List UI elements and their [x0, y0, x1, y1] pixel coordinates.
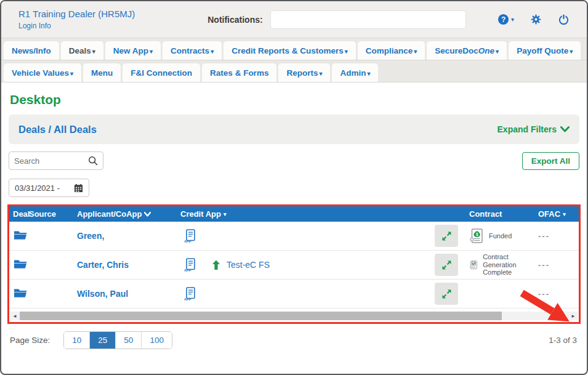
chevron-down-icon: ▾ — [150, 48, 153, 55]
result-range-label: 1-3 of 3 — [549, 336, 577, 345]
page-size-label: Page Size: — [10, 336, 50, 345]
svg-text:?: ? — [501, 15, 505, 24]
tab-vehicle-values[interactable]: Vehicle Values▾ — [4, 63, 81, 82]
export-all-button[interactable]: Export All — [522, 152, 579, 170]
credit-app-cell: APP — [180, 229, 435, 243]
credit-app-icon[interactable]: APP — [184, 229, 195, 243]
folder-icon[interactable] — [14, 259, 27, 269]
table-footer: Page Size: 10 25 50 100 1-3 of 3 — [10, 331, 577, 349]
power-icon[interactable] — [558, 14, 570, 25]
page-size-50-button[interactable]: 50 — [116, 332, 142, 349]
tab-compliance[interactable]: Compliance▾ — [358, 41, 425, 60]
chevron-down-icon: ▾ — [92, 48, 95, 55]
deals-table: Deal Source Applicant/CoApp Credit App▾ … — [7, 204, 581, 324]
chevron-down-icon: ▾ — [319, 70, 322, 77]
ofac-status: --- — [538, 232, 579, 241]
page-title: Desktop — [10, 92, 587, 107]
svg-text:APP: APP — [184, 240, 191, 243]
tab-reports[interactable]: Reports▾ — [278, 63, 330, 82]
tab-rates-forms[interactable]: Rates & Forms — [202, 63, 276, 82]
notifications-area: Notifications: — [207, 10, 465, 29]
chevron-down-icon — [560, 126, 570, 132]
tab-payoff-quote[interactable]: Payoff Quote▾ — [509, 41, 581, 60]
ofac-status: --- — [538, 289, 579, 299]
funded-icon[interactable]: $ — [469, 228, 484, 244]
scrollbar-thumb[interactable] — [20, 312, 502, 320]
deal-cell[interactable] — [9, 230, 29, 242]
col-applicant[interactable]: Applicant/CoApp — [77, 209, 180, 219]
nav-row-2: Vehicle Values▾ Menu F&I Connection Rate… — [1, 60, 587, 83]
scroll-right-arrow[interactable]: ► — [568, 312, 578, 320]
tab-contracts[interactable]: Contracts▾ — [163, 41, 222, 60]
page-size-10-button[interactable]: 10 — [64, 332, 90, 349]
tab-menu[interactable]: Menu — [83, 63, 121, 82]
col-deal[interactable]: Deal — [9, 209, 29, 219]
page-size-group: 10 25 50 100 — [63, 331, 172, 349]
table-row: Carter, Chris APP Test-eC FS Contract Ge… — [9, 251, 579, 280]
tab-securedocone[interactable]: SecureDocOne▾ — [427, 41, 507, 60]
date-range-field[interactable]: 03/31/2021 - — [9, 179, 89, 197]
tab-new-app[interactable]: New App▾ — [105, 41, 161, 60]
date-range-value: 03/31/2021 - — [15, 183, 60, 193]
tab-news-info[interactable]: News/Info — [4, 41, 59, 60]
chevron-down-icon: ▾ — [224, 211, 227, 217]
expand-deal-button[interactable] — [435, 283, 458, 305]
chevron-down-icon: ▾ — [211, 48, 214, 55]
login-info-link[interactable]: Login Info — [18, 21, 135, 31]
tab-fi-connection[interactable]: F&I Connection — [123, 63, 200, 82]
panel-title: Deals / All Deals — [18, 124, 97, 135]
table-row: Wilson, Paul APP --- — [9, 280, 579, 308]
search-input[interactable] — [14, 156, 88, 166]
top-header: R1 Training Dealer (HR5MJ) Login Info No… — [1, 1, 587, 38]
nav-row-1: News/Info Deals▾ New App▾ Contracts▾ Cre… — [1, 38, 587, 60]
search-box — [9, 151, 103, 170]
deal-cell[interactable] — [9, 288, 29, 300]
col-source[interactable]: Source — [29, 209, 77, 219]
svg-text:$: $ — [476, 232, 478, 237]
tab-deals[interactable]: Deals▾ — [61, 41, 103, 60]
horizontal-scrollbar[interactable]: ◄ ► — [10, 312, 578, 320]
tab-credit-reports-customers[interactable]: Credit Reports & Customers▾ — [224, 41, 356, 60]
expand-filters-toggle[interactable]: Expand Filters — [497, 124, 570, 134]
credit-app-icon[interactable]: APP — [184, 287, 195, 301]
notifications-input[interactable] — [270, 10, 466, 29]
dealer-name[interactable]: R1 Training Dealer (HR5MJ) — [18, 8, 135, 20]
col-contract[interactable]: Contract — [469, 209, 538, 219]
sort-chevron-icon — [144, 212, 151, 217]
gear-icon[interactable] — [530, 14, 542, 25]
svg-text:APP: APP — [184, 297, 191, 301]
folder-icon[interactable] — [14, 288, 27, 298]
chevron-down-icon: ▾ — [511, 16, 514, 23]
tab-admin[interactable]: Admin▾ — [332, 63, 378, 82]
chevron-down-icon: ▾ — [570, 48, 573, 55]
applicant-link[interactable]: Green, — [77, 231, 180, 241]
chevron-down-icon: ▾ — [414, 48, 417, 55]
app-window: R1 Training Dealer (HR5MJ) Login Info No… — [0, 0, 588, 375]
credit-app-link[interactable]: Test-eC FS — [211, 260, 270, 270]
ofac-status: --- — [538, 260, 579, 270]
svg-text:APP: APP — [184, 268, 191, 272]
credit-app-icon[interactable]: APP — [184, 258, 195, 272]
applicant-link[interactable]: Wilson, Paul — [77, 289, 180, 299]
folder-icon[interactable] — [14, 230, 27, 240]
credit-app-cell: APP — [180, 287, 435, 301]
search-icon[interactable] — [88, 156, 98, 166]
table-header-row: Deal Source Applicant/CoApp Credit App▾ … — [9, 206, 579, 222]
expand-cell — [435, 254, 469, 276]
deal-cell[interactable] — [9, 259, 29, 271]
applicant-link[interactable]: Carter, Chris — [77, 260, 180, 270]
credit-app-cell: APP Test-eC FS — [180, 258, 435, 272]
col-ofac[interactable]: OFAC▾ — [538, 209, 579, 219]
scroll-left-arrow[interactable]: ◄ — [10, 312, 20, 320]
expand-deal-button[interactable] — [435, 225, 458, 247]
expand-deal-button[interactable] — [435, 254, 458, 276]
contract-status-cell: Contract Generation Complete — [469, 253, 538, 277]
page-size-25-button[interactable]: 25 — [90, 332, 116, 349]
help-icon[interactable]: ? ▾ — [497, 14, 514, 25]
col-credit-app[interactable]: Credit App▾ — [180, 209, 435, 219]
chevron-down-icon: ▾ — [367, 70, 370, 77]
page-size-100-button[interactable]: 100 — [142, 332, 172, 349]
contract-complete-icon[interactable] — [469, 257, 478, 273]
calendar-icon[interactable] — [74, 183, 83, 193]
expand-cell — [435, 283, 469, 305]
